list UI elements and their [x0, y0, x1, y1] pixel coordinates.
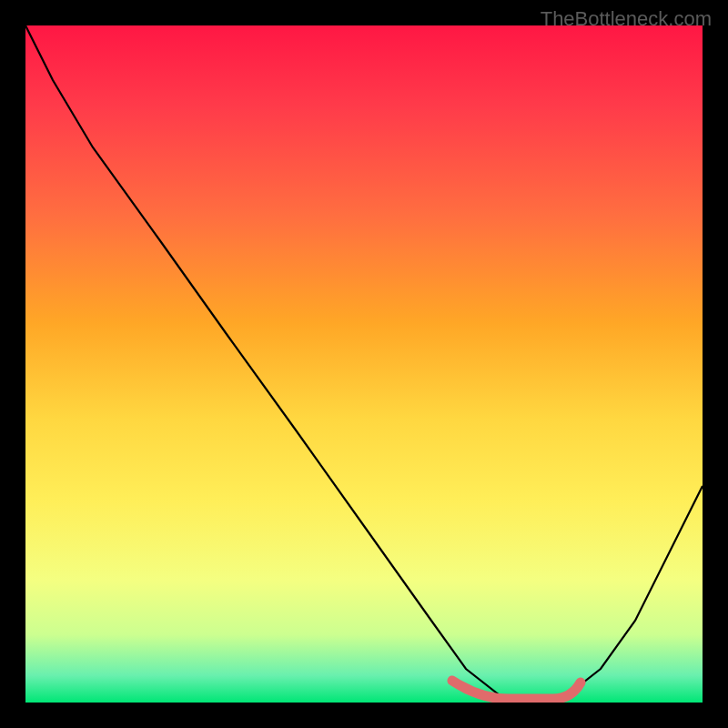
curve-svg [25, 25, 703, 703]
chart-plot-area [25, 25, 703, 703]
watermark-label: TheBottleneck.com [541, 7, 712, 31]
optimal-zone-marker [452, 681, 581, 699]
bottleneck-curve [25, 25, 703, 699]
